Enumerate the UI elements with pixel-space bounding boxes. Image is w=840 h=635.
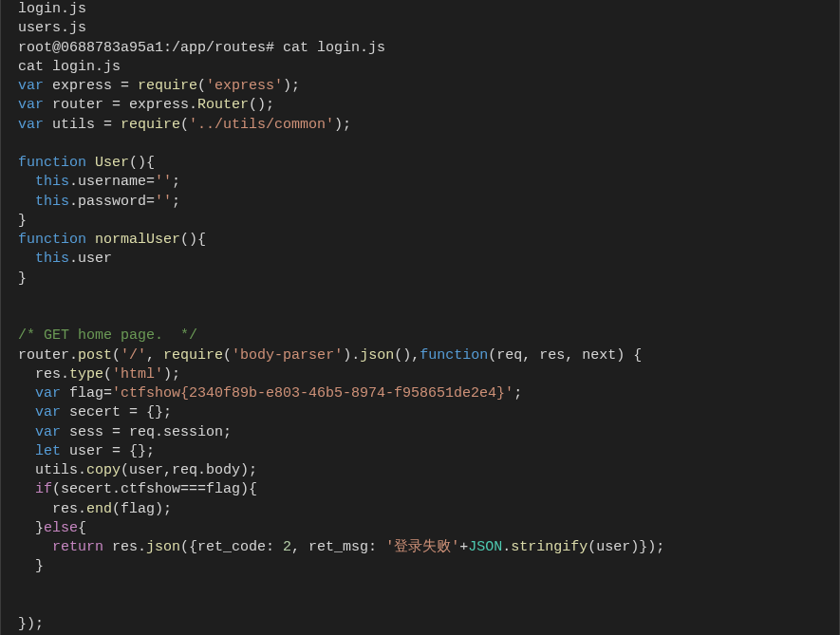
string-literal: '' <box>155 194 172 210</box>
string-literal: '/' <box>121 347 146 364</box>
string-literal: '登录失败' <box>385 539 459 555</box>
code-line: function normalUser(){ <box>18 232 206 248</box>
comment: /* GET home page. */ <box>18 327 197 344</box>
text: sess = req.session; <box>61 424 232 440</box>
code-line: var express = require('express'); <box>18 78 300 94</box>
command: cat login.js <box>283 40 385 56</box>
code-line: this.password=''; <box>18 194 180 210</box>
text: utils = <box>44 117 121 133</box>
text: ; <box>172 194 180 210</box>
code-line: return res.json({ret_code: 2, ret_msg: '… <box>18 539 664 555</box>
keyword-let: let <box>35 443 61 459</box>
code-line: var router = express.Router(); <box>18 97 274 113</box>
text: .username= <box>69 174 155 190</box>
code-line: /* GET home page. */ <box>18 327 197 344</box>
string-literal: 'body-parser' <box>232 347 343 364</box>
text: (user,req.body); <box>121 462 257 478</box>
text: + <box>459 539 468 555</box>
prompt-path: :/app/routes# <box>163 40 283 56</box>
text: flag= <box>61 385 112 402</box>
keyword-function: function <box>18 232 86 248</box>
fn-json: json <box>146 539 180 555</box>
code-line: } <box>18 271 27 287</box>
text: ; <box>513 385 522 402</box>
terminal-output[interactable]: login.js users.js root@0688783a95a1:/app… <box>0 0 840 635</box>
code-line: if(secert.ctfshow===flag){ <box>18 481 257 497</box>
fn-type: type <box>69 366 103 383</box>
keyword-this: this <box>35 174 69 190</box>
code-line: res.type('html'); <box>18 366 180 383</box>
keyword-this: this <box>35 194 69 210</box>
code-line: var utils = require('../utils/common'); <box>18 117 351 133</box>
fn-user: User <box>95 155 129 171</box>
code-line: } <box>18 213 27 229</box>
text: (secert.ctfshow===flag){ <box>52 481 257 497</box>
fn-stringify: stringify <box>511 539 588 555</box>
code-line: }); <box>18 616 44 632</box>
keyword-function: function <box>420 347 488 364</box>
fn-end: end <box>86 501 112 517</box>
prompt-user: root@0688783a95a1 <box>18 40 163 56</box>
text: utils. <box>18 462 86 478</box>
fn-normaluser: normalUser <box>95 232 180 248</box>
keyword-this: this <box>35 251 69 267</box>
text: } <box>18 520 44 536</box>
text: res. <box>18 366 69 383</box>
text: ); <box>163 366 180 383</box>
fn-require: require <box>138 78 197 94</box>
text: ); <box>334 117 351 133</box>
text: ( <box>112 347 121 364</box>
code-line: var sess = req.session; <box>18 424 232 440</box>
code-line: this.user <box>18 251 112 267</box>
number-literal: 2 <box>283 539 291 555</box>
keyword-var: var <box>35 385 61 402</box>
string-literal: 'express' <box>206 78 283 94</box>
text: ); <box>283 78 300 94</box>
code-line: } <box>18 558 44 574</box>
keyword-var: var <box>35 424 61 440</box>
text: ; <box>172 174 180 190</box>
text: ( <box>180 117 189 133</box>
text: ( <box>223 347 232 364</box>
text: (), <box>394 347 420 364</box>
text: secert = {}; <box>61 404 172 420</box>
ls-output-line: login.js <box>18 1 86 17</box>
text: , <box>146 347 163 364</box>
text: ({ret_code: <box>180 539 283 555</box>
code-line: function User(){ <box>18 155 155 171</box>
fn-copy: copy <box>86 462 121 478</box>
keyword-var: var <box>35 404 61 420</box>
text: ( <box>103 366 112 383</box>
fn-json: json <box>360 347 394 364</box>
text: .password= <box>69 194 155 210</box>
text: { <box>78 520 86 536</box>
keyword-var: var <box>18 117 44 133</box>
text: (flag); <box>112 501 172 517</box>
fn-router: Router <box>197 97 249 113</box>
fn-post: post <box>78 347 112 364</box>
code-line: utils.copy(user,req.body); <box>18 462 257 478</box>
text: (){ <box>129 155 155 171</box>
text: (req, res, next) { <box>488 347 642 364</box>
ls-output-line: users.js <box>18 20 86 36</box>
text: (); <box>249 97 274 113</box>
string-literal: 'html' <box>112 366 163 383</box>
text: (){ <box>180 232 206 248</box>
code-line: var secert = {}; <box>18 404 172 420</box>
code-line: var flag='ctfshow{2340f89b-e803-46b5-897… <box>18 385 522 402</box>
keyword-if: if <box>35 481 52 497</box>
text: (user)}); <box>588 539 664 555</box>
text: ( <box>197 78 206 94</box>
text: express = <box>44 78 138 94</box>
keyword-else: else <box>44 520 78 536</box>
text: router. <box>18 347 78 364</box>
text: user = {}; <box>61 443 155 459</box>
text: res. <box>18 501 86 517</box>
prompt-line: root@0688783a95a1:/app/routes# cat login… <box>18 40 385 56</box>
keyword-var: var <box>18 78 44 94</box>
keyword-return: return <box>52 539 103 555</box>
keyword-function: function <box>18 155 86 171</box>
string-literal: '' <box>155 174 172 190</box>
text: , ret_msg: <box>291 539 385 555</box>
text: router = express. <box>44 97 197 113</box>
